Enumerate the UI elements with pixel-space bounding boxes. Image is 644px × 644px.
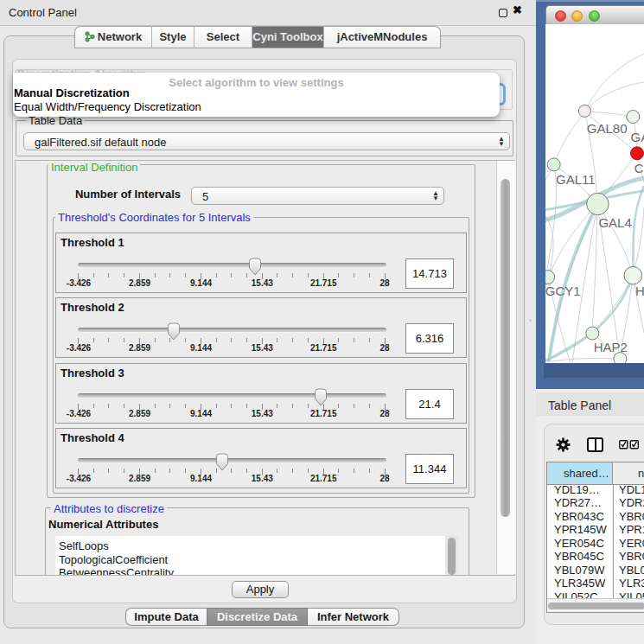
svg-text:GA: GA xyxy=(631,130,644,144)
svg-text:C: C xyxy=(634,161,644,175)
svg-text:GAL11: GAL11 xyxy=(556,172,596,187)
svg-text:HAP2: HAP2 xyxy=(594,340,628,354)
svg-text:GAL4: GAL4 xyxy=(598,215,631,230)
svg-text:GAL80: GAL80 xyxy=(587,121,628,136)
svg-text:H: H xyxy=(635,284,644,298)
svg-text:GCY1: GCY1 xyxy=(545,284,581,298)
